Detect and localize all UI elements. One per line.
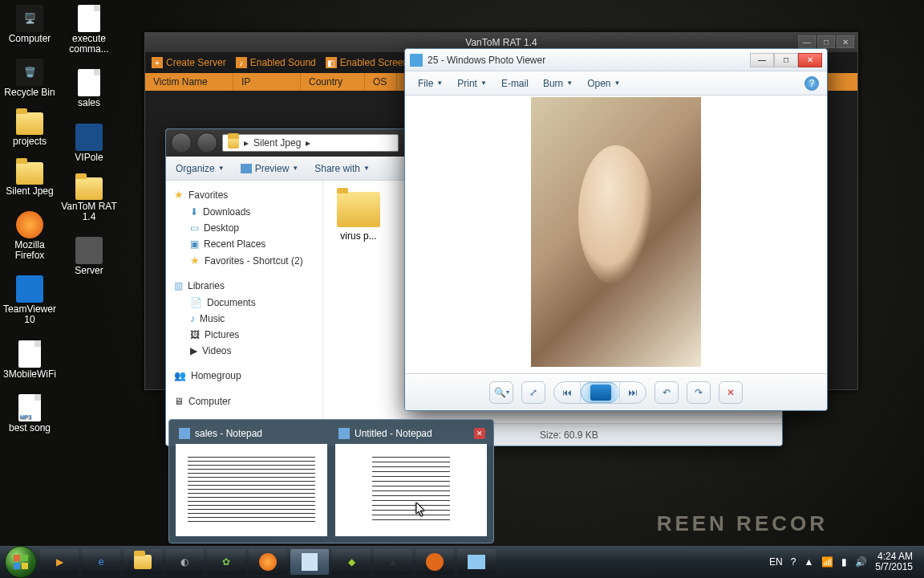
system-tray[interactable]: EN ? ▲ 📶 ▮ 🔊 4:24 AM5/7/2015	[769, 552, 919, 572]
start-button[interactable]	[5, 546, 37, 578]
file-item-virus[interactable]: virus p...	[334, 192, 383, 242]
desktop-icon-sales[interactable]: sales	[61, 69, 117, 108]
chevron-down-icon: ▼	[614, 79, 621, 87]
desktop-icon-recyclebin[interactable]: 🗑️Recycle Bin	[2, 59, 58, 98]
desktop-icon-firefox[interactable]: Mozilla Firefox	[2, 211, 58, 261]
taskbar-ie[interactable]: e	[82, 549, 120, 575]
close-button[interactable]: ✕	[798, 53, 822, 67]
rat-title-text: VanToM RAT 1.4	[465, 37, 537, 48]
desktop-icon-projects[interactable]: projects	[2, 112, 58, 147]
rat-col-ip[interactable]: IP	[233, 73, 301, 91]
photo-canvas[interactable]	[405, 96, 827, 373]
taskbar-wmp[interactable]: ▶	[40, 549, 79, 575]
sidebar-favorites-header[interactable]: ★Favorites	[166, 185, 322, 204]
sidebar-homegroup-header[interactable]: 👥Homegroup	[166, 367, 322, 385]
thumbnail-content	[335, 444, 487, 536]
share-menu[interactable]: Share with▼	[314, 163, 370, 174]
clock[interactable]: 4:24 AM5/7/2015	[875, 552, 913, 572]
help-tray-icon[interactable]: ?	[791, 556, 796, 568]
recent-icon: ▣	[190, 238, 199, 250]
desktop-icon-execute[interactable]: execute comma...	[61, 5, 117, 55]
taskbar-firefox[interactable]	[249, 549, 287, 575]
taskbar-app4[interactable]: ▲	[374, 549, 412, 575]
thumbnail-content	[176, 444, 327, 536]
desktop-icon-3mobilewifi[interactable]: 3MobileWiFi	[2, 340, 58, 380]
organize-menu[interactable]: Organize▼	[176, 163, 225, 174]
taskbar-app2[interactable]: ✿	[207, 549, 245, 575]
nav-back-button[interactable]	[171, 132, 192, 153]
sidebar-item-documents[interactable]: 📄Documents	[166, 295, 322, 311]
bin-icon: 🗑️	[16, 59, 43, 86]
rat-col-victim[interactable]: Victim Name	[145, 73, 233, 91]
close-icon[interactable]: ✕	[474, 428, 485, 439]
menu-open[interactable]: Open▼	[582, 76, 625, 91]
taskbar-app3[interactable]: ◆	[332, 549, 371, 575]
file-icon	[78, 69, 100, 96]
sidebar-item-music[interactable]: ♪Music	[166, 311, 322, 327]
photo-titlebar[interactable]: 25 - Windows Photo Viewer — □ ✕	[405, 49, 827, 71]
sidebar-item-desktop[interactable]: ▭Desktop	[166, 220, 322, 236]
rat-enabled-sound[interactable]: ♪Enabled Sound	[236, 57, 316, 68]
menu-print[interactable]: Print▼	[452, 76, 492, 91]
folder-icon	[228, 137, 239, 149]
menu-file[interactable]: File▼	[413, 76, 448, 91]
folder-icon	[16, 162, 43, 185]
rat-col-country[interactable]: Country	[301, 73, 365, 91]
help-button[interactable]: ?	[804, 76, 819, 91]
desktop-icon-vipole[interactable]: VIPole	[61, 124, 117, 163]
rat-col-os[interactable]: OS	[365, 73, 397, 91]
sidebar-item-downloads[interactable]: ⬇Downloads	[166, 204, 322, 220]
preview-menu[interactable]: Preview▼	[241, 163, 299, 174]
network-icon[interactable]: 📶	[821, 556, 833, 568]
sound-icon: ♪	[236, 57, 247, 68]
file-icon	[78, 5, 100, 32]
desktop-icon-server[interactable]: Server	[61, 237, 117, 276]
menu-email[interactable]: E-mail	[496, 76, 533, 91]
delete-button[interactable]: ✕	[719, 381, 743, 404]
volume-icon[interactable]: 🔊	[855, 556, 867, 568]
sidebar-computer-header[interactable]: 🖥Computer	[166, 393, 322, 410]
sidebar-item-recent[interactable]: ▣Recent Places	[166, 236, 322, 252]
breadcrumb[interactable]: ▸ Silent Jpeg ▸	[222, 134, 399, 152]
desktop-icon-vantom[interactable]: VanToM RAT 1.4	[61, 177, 117, 222]
taskbar-notepad[interactable]	[290, 549, 329, 575]
taskbar-explorer[interactable]	[124, 549, 162, 575]
photoviewer-icon	[410, 54, 423, 67]
desktop-icon-teamviewer[interactable]: TeamViewer 10	[2, 275, 58, 325]
sidebar-libraries-header[interactable]: ▥Libraries	[166, 277, 322, 295]
battery-icon[interactable]: ▮	[841, 556, 847, 568]
desktop-icon-computer[interactable]: 🖥️Computer	[2, 5, 58, 44]
sidebar-item-videos[interactable]: ▶Videos	[166, 343, 322, 359]
taskbar[interactable]: ▶ e ◐ ✿ ◆ ▲ EN ? ▲ 📶 ▮ 🔊 4:24 AM5/7/2015	[0, 546, 924, 578]
flag-icon[interactable]: ▲	[804, 556, 813, 568]
taskbar-photoviewer[interactable]	[457, 549, 496, 575]
desktop-icon-silentjpeg[interactable]: Silent Jpeg	[2, 162, 58, 197]
thumb-untitled-notepad[interactable]: Untitled - Notepad✕	[335, 426, 487, 536]
nav-forward-button[interactable]	[197, 132, 217, 153]
menu-burn[interactable]: Burn▼	[538, 76, 578, 91]
actual-size-button[interactable]: ⤢	[521, 381, 545, 404]
rotate-cw-button[interactable]: ↷	[687, 381, 711, 404]
rotate-ccw-button[interactable]: ↶	[654, 381, 679, 404]
minimize-button[interactable]: —	[750, 53, 774, 67]
firefox-icon	[259, 553, 277, 571]
prev-button[interactable]: ⏮	[554, 382, 581, 403]
taskbar-app1[interactable]: ◐	[165, 549, 204, 575]
rat-minimize-button[interactable]: —	[798, 35, 816, 48]
next-button[interactable]: ⏭	[620, 382, 646, 403]
sidebar-item-pictures[interactable]: 🖼Pictures	[166, 327, 322, 343]
zoom-button[interactable]: 🔍▾	[489, 381, 513, 404]
rat-create-server[interactable]: +Create Server	[152, 57, 226, 68]
photo-viewer-window[interactable]: 25 - Windows Photo Viewer — □ ✕ File▼ Pr…	[404, 48, 828, 411]
rat-close-button[interactable]: ✕	[837, 35, 854, 48]
sidebar-item-favshortcut[interactable]: ★Favorites - Shortcut (2)	[166, 252, 322, 269]
maximize-button[interactable]: □	[774, 53, 798, 67]
thumb-sales-notepad[interactable]: sales - Notepad	[176, 426, 327, 536]
lang-indicator[interactable]: EN	[769, 556, 783, 568]
desktop-icon-bestsong[interactable]: MP3best song	[2, 394, 58, 434]
taskbar-preview[interactable]: sales - Notepad Untitled - Notepad✕	[168, 419, 494, 543]
explorer-sidebar[interactable]: ★Favorites ⬇Downloads ▭Desktop ▣Recent P…	[166, 181, 323, 423]
rat-maximize-button[interactable]: □	[817, 35, 835, 48]
taskbar-app5[interactable]	[415, 549, 454, 575]
slideshow-button[interactable]	[581, 382, 620, 403]
